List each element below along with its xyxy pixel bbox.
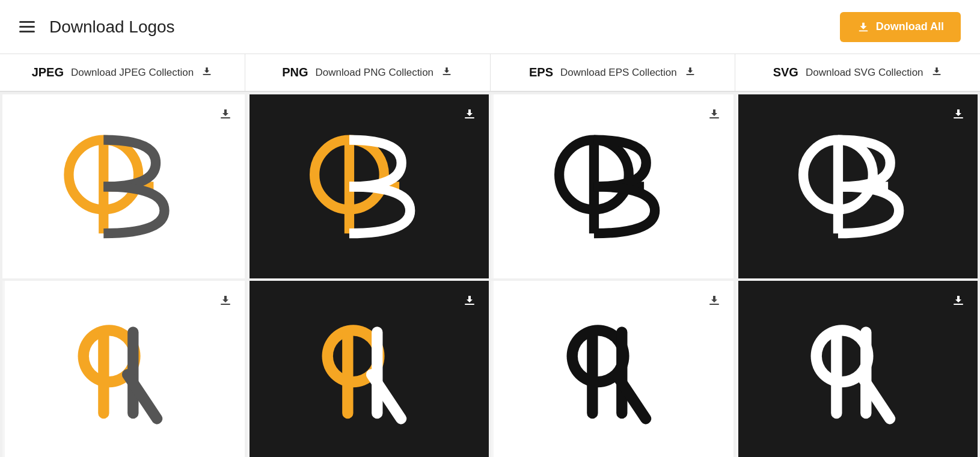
download-button-2-3[interactable] <box>703 289 725 311</box>
header: Download Logos Download All <box>0 0 980 54</box>
svg-point-38 <box>822 336 862 376</box>
logo-cell-2-1[interactable] <box>2 281 245 457</box>
collection-label-jpeg: JPEG <box>32 66 64 79</box>
svg-rect-36 <box>954 304 963 305</box>
logo-cell-1-2[interactable] <box>247 94 489 278</box>
svg-rect-4 <box>933 74 940 75</box>
collection-item-jpeg[interactable]: JPEG Download JPEG Collection <box>0 54 245 91</box>
svg-rect-9 <box>465 117 474 118</box>
collection-bar: JPEG Download JPEG Collection PNG Downlo… <box>0 54 980 92</box>
svg-rect-30 <box>342 327 353 419</box>
logo-cell-2-2[interactable] <box>247 281 489 457</box>
collection-link-png: Download PNG Collection <box>316 67 434 79</box>
download-icon-jpeg <box>201 65 213 80</box>
collection-label-svg: SVG <box>773 66 798 79</box>
logo-cell-2-3[interactable] <box>491 281 733 457</box>
collection-item-png[interactable]: PNG Download PNG Collection <box>245 54 491 91</box>
logo-image-2-3 <box>494 281 733 457</box>
download-button-1-4[interactable] <box>948 103 969 124</box>
logo-image-2-4 <box>738 281 978 457</box>
download-all-button[interactable]: Download All <box>840 12 961 42</box>
header-left: Download Logos <box>19 17 175 37</box>
svg-rect-2 <box>443 74 450 75</box>
collection-label-png: PNG <box>282 66 308 79</box>
logo-image-2-2 <box>250 281 489 457</box>
svg-rect-0 <box>859 30 868 31</box>
logo-image-1-2 <box>250 94 489 278</box>
svg-rect-35 <box>587 327 598 419</box>
svg-rect-31 <box>709 304 719 305</box>
svg-rect-25 <box>98 327 109 419</box>
download-icon-eps <box>684 65 696 80</box>
logo-image-1-3 <box>494 94 733 278</box>
logo-grid <box>0 92 980 457</box>
download-button-1-1[interactable] <box>215 103 236 124</box>
collection-item-eps[interactable]: EPS Download EPS Collection <box>491 54 736 91</box>
logo-cell-1-4[interactable] <box>736 94 978 278</box>
logo-image-1-4 <box>738 94 978 278</box>
collection-item-svg[interactable]: SVG Download SVG Collection <box>735 54 980 91</box>
collection-link-svg: Download SVG Collection <box>806 67 923 79</box>
download-button-1-3[interactable] <box>703 103 725 124</box>
hamburger-icon[interactable] <box>19 21 35 32</box>
logo-cell-2-4[interactable] <box>736 281 978 457</box>
download-button-1-2[interactable] <box>459 103 480 124</box>
svg-rect-40 <box>831 327 842 419</box>
download-icon-png <box>441 65 453 80</box>
svg-rect-1 <box>203 74 210 75</box>
logo-cell-1-3[interactable] <box>491 94 733 278</box>
page-title: Download Logos <box>49 17 175 37</box>
svg-rect-26 <box>465 304 474 305</box>
svg-point-28 <box>333 336 373 376</box>
collection-link-jpeg: Download JPEG Collection <box>71 67 194 79</box>
svg-rect-5 <box>221 117 230 118</box>
download-button-2-4[interactable] <box>948 289 969 311</box>
collection-label-eps: EPS <box>529 66 553 79</box>
svg-rect-3 <box>686 74 694 75</box>
logo-image-1-1 <box>2 94 245 278</box>
download-button-2-2[interactable] <box>459 289 480 311</box>
download-icon-svg <box>931 65 943 80</box>
download-button-2-1[interactable] <box>215 289 236 311</box>
logo-image-2-1 <box>5 281 245 457</box>
logo-cell-1-1[interactable] <box>2 94 245 278</box>
svg-rect-21 <box>221 304 230 305</box>
download-all-icon <box>857 20 870 34</box>
collection-link-eps: Download EPS Collection <box>560 67 677 79</box>
svg-point-33 <box>578 336 618 376</box>
svg-rect-17 <box>954 117 963 118</box>
svg-rect-13 <box>709 117 719 118</box>
